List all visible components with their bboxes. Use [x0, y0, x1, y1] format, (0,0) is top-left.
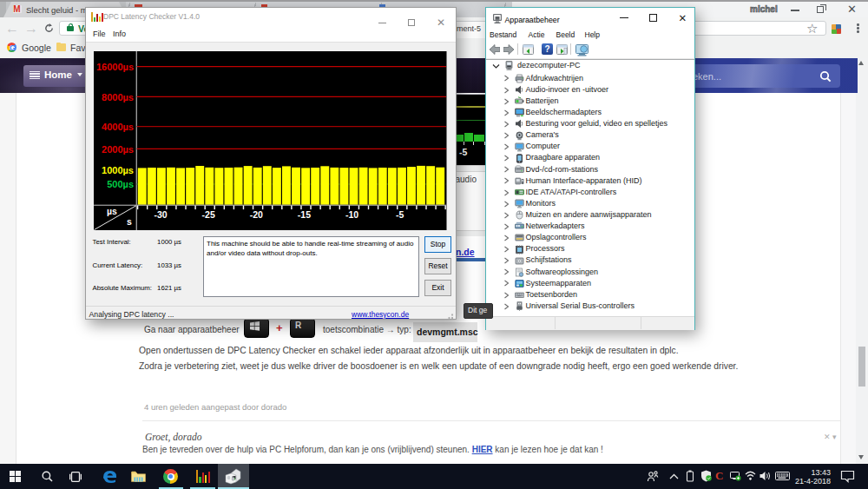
- svg-text:-5: -5: [396, 209, 404, 220]
- svg-text:µs: µs: [107, 206, 117, 216]
- svg-text:8000µs: 8000µs: [102, 92, 134, 102]
- svg-text:16000µs: 16000µs: [96, 62, 134, 72]
- svg-text:s: s: [127, 216, 132, 227]
- svg-text:-25: -25: [202, 209, 215, 220]
- svg-text:1000µs: 1000µs: [102, 165, 134, 175]
- svg-text:500µs: 500µs: [107, 179, 134, 189]
- svg-text:-10: -10: [345, 209, 358, 220]
- svg-text:-30: -30: [154, 209, 167, 220]
- svg-text:-20: -20: [250, 209, 263, 220]
- svg-text:2000µs: 2000µs: [102, 144, 134, 155]
- svg-text:-15: -15: [298, 209, 311, 220]
- svg-text:4000µs: 4000µs: [102, 122, 134, 132]
